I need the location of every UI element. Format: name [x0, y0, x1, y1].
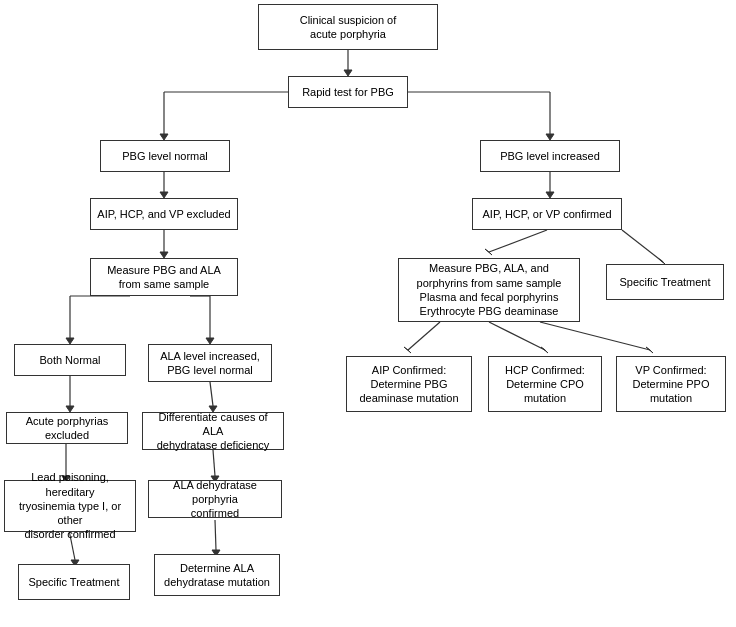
- ala-dehydratase-confirmed-box: ALA dehydratase porphyria confirmed: [148, 480, 282, 518]
- svg-line-16: [622, 230, 663, 262]
- vp-confirmed-result-box: VP Confirmed: Determine PPO mutation: [616, 356, 726, 412]
- svg-line-36: [213, 450, 215, 476]
- svg-marker-25: [404, 347, 411, 353]
- svg-line-28: [540, 322, 650, 350]
- flowchart-diagram: Clinical suspicion of acute porphyria Ra…: [0, 0, 736, 627]
- pbg-increased-box: PBG level increased: [480, 140, 620, 172]
- svg-marker-29: [646, 347, 653, 353]
- svg-line-24: [408, 322, 440, 350]
- measure-pbg-ala-right-box: Measure PBG, ALA, and porphyrins from sa…: [398, 258, 580, 322]
- measure-pbg-ala-box: Measure PBG and ALA from same sample: [90, 258, 238, 296]
- svg-line-40: [215, 520, 216, 550]
- aip-confirmed-box: AIP, HCP, or VP confirmed: [472, 198, 622, 230]
- aip-confirmed-result-box: AIP Confirmed: Determine PBG deaminase m…: [346, 356, 472, 412]
- determine-ala-box: Determine ALA dehydratase mutation: [154, 554, 280, 596]
- svg-marker-15: [485, 249, 492, 255]
- specific-treatment-left-box: Specific Treatment: [18, 564, 130, 600]
- aip-excluded-box: AIP, HCP, and VP excluded: [90, 198, 238, 230]
- specific-treatment-right-box: Specific Treatment: [606, 264, 724, 300]
- both-normal-box: Both Normal: [14, 344, 126, 376]
- svg-line-14: [489, 230, 547, 252]
- svg-line-32: [210, 382, 213, 406]
- differentiate-box: Differentiate causes of ALA dehydratase …: [142, 412, 284, 450]
- rapid-test-box: Rapid test for PBG: [288, 76, 408, 108]
- lead-poisoning-box: Lead poisoning, hereditary tryosinemia t…: [4, 480, 136, 532]
- pbg-normal-box: PBG level normal: [100, 140, 230, 172]
- svg-line-26: [489, 322, 545, 350]
- ala-increased-box: ALA level increased, PBG level normal: [148, 344, 272, 382]
- svg-marker-27: [541, 347, 548, 353]
- clinical-suspicion-box: Clinical suspicion of acute porphyria: [258, 4, 438, 50]
- acute-excluded-box: Acute porphyrias excluded: [6, 412, 128, 444]
- hcp-confirmed-result-box: HCP Confirmed: Determine CPO mutation: [488, 356, 602, 412]
